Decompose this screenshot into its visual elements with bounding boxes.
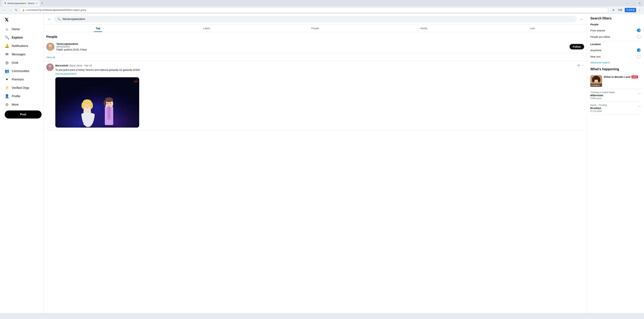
sidebar-item-verified-orgs[interactable]: ⚡ Verified Orgs	[3, 84, 41, 92]
people-section: People Tanieczgwiazdami @michauek2 Piąte…	[44, 32, 587, 61]
tweet-item: Marczelotii @pan_fanta · Mar 10 ↺ ··· To…	[44, 61, 587, 130]
sidebar-item-premium[interactable]: ✦ Premium	[3, 76, 41, 83]
svg-point-43	[110, 103, 111, 104]
trending-item-khloe[interactable]: in Wonder L Khloé in Wonder Land LIVE	[590, 73, 641, 89]
follow-button[interactable]: Follow	[570, 44, 584, 49]
sidebar-item-home[interactable]: ⌂ Home	[3, 25, 41, 33]
content-area: People Tanieczgwiazdami @michauek2 Piąte…	[44, 32, 587, 130]
svg-text:po: po	[134, 80, 138, 83]
trending-item-brooklyn[interactable]: Sports · Trending Brooklyn 21.7K posts ·…	[590, 102, 641, 114]
brooklyn-more-icon[interactable]: ···	[638, 104, 641, 108]
tweet-header: Marczelotii @pan_fanta · Mar 10 ↺ ··· To…	[46, 63, 584, 128]
tab-lists[interactable]: Lists	[478, 24, 587, 32]
millennials-more-icon[interactable]: ···	[638, 91, 641, 95]
tweet-image: po	[55, 77, 139, 128]
search-tabs: Top Latest People Media Lists	[44, 24, 587, 32]
tab-close-icon[interactable]: ✕	[36, 2, 38, 4]
sidebar-item-communities[interactable]: 👥 Communities	[3, 67, 41, 75]
tab-people[interactable]: People	[261, 24, 370, 32]
back-button[interactable]: ←	[46, 16, 52, 22]
app-container: 𝕏 ⌂ Home 🔍 Explore 🔔 Notifications ✉ Mes…	[0, 14, 644, 313]
sidebar-item-messages[interactable]: ✉ Messages	[3, 50, 41, 58]
x-logo[interactable]: 𝕏	[3, 16, 41, 24]
khloe-trending-name: Khloé in Wonder Land	[604, 75, 630, 78]
translate-button[interactable]: ⊞	[611, 8, 616, 12]
advanced-search-link[interactable]: Advanced search	[590, 61, 641, 64]
near-you-radio[interactable]	[637, 55, 641, 58]
from-anyone-radio[interactable]: ✓	[637, 28, 641, 32]
person-handle: @michauek2	[56, 45, 568, 48]
sidebar-item-grok[interactable]: ◎ Grok	[3, 59, 41, 66]
whats-happening-title: What's happening	[590, 67, 641, 71]
address-bar[interactable]: 🔒 x.com/search?q=%23tanieczgwiazdami%20&…	[20, 7, 608, 13]
sidebar-item-profile[interactable]: 👤 Profile	[3, 92, 41, 100]
maximize-button[interactable]: ⬜	[631, 1, 636, 5]
tweet-top-actions: ↺ ···	[577, 63, 584, 67]
location-filter-heading: Location	[590, 43, 641, 46]
tweet-hashtag[interactable]: #tanieczgwiazdami	[55, 72, 77, 75]
anywhere-label: Anywhere	[590, 49, 602, 52]
anywhere-option[interactable]: Anywhere ✓	[590, 47, 641, 53]
browser-actions: ⊞ 访客 完成更新 ⋮	[611, 8, 642, 12]
people-you-follow-option[interactable]: People you follow	[590, 33, 641, 40]
retweet-indicator-button[interactable]: ↺	[577, 63, 580, 67]
home-icon: ⌂	[5, 27, 9, 31]
millennials-name: Millennials	[590, 94, 638, 97]
tab-x-icon: 𝕏	[4, 2, 6, 4]
brooklyn-category: Sports · Trending	[590, 104, 638, 106]
more-icon: ⊙	[5, 102, 9, 107]
refresh-button[interactable]: ↻	[14, 8, 18, 12]
people-you-follow-radio[interactable]	[637, 35, 641, 38]
tweet-content: Marczelotii @pan_fanta · Mar 10 ↺ ··· To…	[55, 63, 584, 128]
person-name: Tanieczgwiazdami	[56, 42, 568, 45]
browser-chrome: 𝕏 #tanieczgwiazdami - Search ✕ + – ⬜ ✕ ←…	[0, 0, 644, 14]
tweet-author-handle: @pan_fanta	[70, 64, 82, 67]
anywhere-radio[interactable]: ✓	[637, 48, 641, 52]
from-anyone-option[interactable]: From anyone ✓	[590, 27, 641, 33]
minimize-button[interactable]: –	[625, 1, 630, 5]
sidebar-label-home: Home	[12, 27, 20, 31]
sidebar-item-notifications[interactable]: 🔔 Notifications	[3, 42, 41, 50]
tweet-date: · Mar 10	[83, 64, 92, 67]
search-query-text: #tanieczgwiazdami	[62, 17, 574, 21]
svg-point-42	[107, 103, 108, 104]
forward-nav-button[interactable]: →	[8, 8, 13, 12]
millennials-count: 3,596 posts	[590, 97, 638, 100]
tweet-author-name: Marczelotii	[55, 64, 68, 67]
svg-point-38	[105, 97, 113, 102]
tab-media[interactable]: Media	[370, 24, 478, 32]
tweet-more-button[interactable]: ···	[581, 63, 584, 67]
svg-point-48	[592, 77, 595, 82]
tweet-meta: Marczelotii @pan_fanta · Mar 10 ↺ ···	[55, 63, 584, 67]
people-section-title: People	[44, 32, 587, 40]
search-filters-section: Search filters People From anyone ✓ Peop…	[590, 16, 641, 64]
svg-point-32	[90, 102, 93, 109]
near-you-option[interactable]: Near you	[590, 53, 641, 60]
search-bar[interactable]: 🔍 #tanieczgwiazdami	[54, 16, 576, 22]
back-nav-button[interactable]: ←	[2, 8, 7, 12]
close-button[interactable]: ✕	[637, 1, 642, 5]
svg-point-33	[86, 105, 86, 106]
right-sidebar: Search filters People From anyone ✓ Peop…	[587, 14, 644, 313]
new-tab-button[interactable]: +	[40, 1, 44, 6]
view-all-link[interactable]: View all	[44, 53, 587, 61]
search-more-button[interactable]: ···	[578, 16, 584, 22]
tab-top[interactable]: Top	[44, 24, 152, 32]
search-icon: 🔍	[5, 35, 9, 40]
millennials-info: Trending in United States Millennials 3,…	[590, 91, 638, 100]
trending-item-millennials[interactable]: Trending in United States Millennials 3,…	[590, 89, 641, 102]
search-bar-icon: 🔍	[57, 17, 61, 21]
tab-latest[interactable]: Latest	[152, 24, 261, 32]
sidebar-label-explore: Explore	[12, 36, 23, 39]
sidebar-label-messages: Messages	[12, 53, 26, 56]
bell-icon: 🔔	[5, 44, 9, 48]
browser-more-button[interactable]: ⋮	[637, 8, 642, 12]
post-button[interactable]: Post	[5, 110, 42, 118]
browser-tab-active[interactable]: 𝕏 #tanieczgwiazdami - Search ✕	[2, 0, 40, 6]
browser-toolbar: ← → ↻ 🔒 x.com/search?q=%23tanieczgwiazda…	[0, 6, 644, 14]
complete-update-button[interactable]: 完成更新	[625, 8, 636, 12]
sidebar-item-more[interactable]: ⊙ More	[3, 101, 41, 108]
svg-point-4	[48, 65, 52, 68]
visitor-button[interactable]: 访客	[617, 8, 624, 12]
sidebar-item-explore[interactable]: 🔍 Explore	[3, 34, 41, 41]
